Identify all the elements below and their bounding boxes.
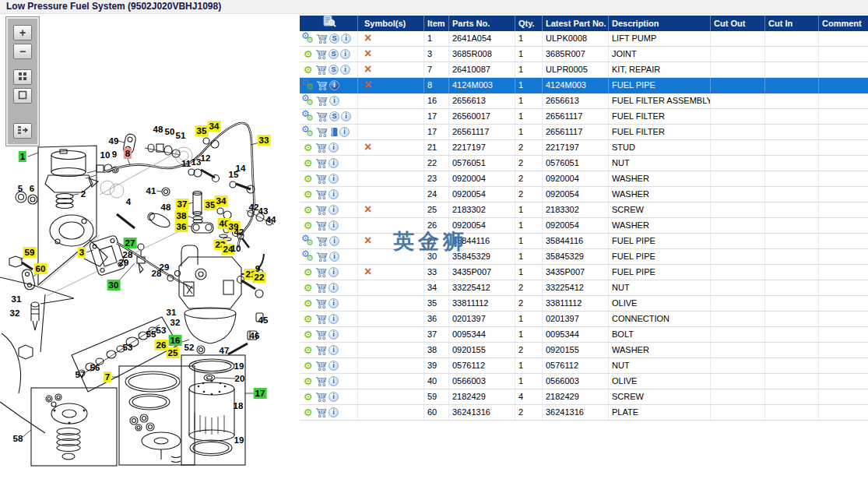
diagram-callout[interactable]: 47 [218,345,231,356]
diagram-callout[interactable]: 41 [145,185,158,196]
add-to-cart-icon[interactable] [315,392,327,403]
cut-out-cell[interactable] [711,140,765,155]
comment-cell[interactable] [819,62,868,77]
table-row[interactable]: ⚙⚙ ⚙ S i × 33 3435P007 1 34 [300,265,868,280]
comment-cell[interactable] [819,218,868,233]
info-icon[interactable]: i [329,96,339,106]
description-cell[interactable]: WASHER [609,187,711,202]
configure-icon[interactable]: ⚙ [302,361,314,371]
cut-out-cell[interactable] [711,296,765,311]
table-row[interactable]: ⚙⚙ ⚙ S i × 17 26560017 1 26 [300,109,868,125]
diagram-callout[interactable]: 27 [124,238,137,248]
configure-icon[interactable]: ⚙ [302,220,314,231]
diagram-callout[interactable]: 38 [175,210,188,221]
latest-part-no-cell[interactable]: 0920004 [543,171,609,186]
diagram-callout[interactable]: 58 [12,433,25,444]
info-icon[interactable]: i [329,158,339,168]
latest-part-no-cell[interactable]: 33225412 [543,280,609,295]
description-cell[interactable]: OLIVE [609,374,711,389]
cut-in-cell[interactable] [765,171,819,186]
table-row[interactable]: ⚙⚙ ⚙ S i × 25 2183302 1 218 [300,203,868,218]
cut-in-cell[interactable] [765,296,819,311]
latest-part-no-cell[interactable]: 35844116 [543,234,609,248]
qty-cell[interactable]: 2 [515,405,543,420]
supersession-icon[interactable]: S [329,49,339,59]
latest-part-no-cell[interactable]: 0095344 [543,327,609,342]
cut-in-cell[interactable] [765,125,819,139]
parts-no-cell[interactable]: 35844116 [449,234,515,248]
supersession-icon[interactable]: S [329,33,339,44]
table-row[interactable]: ⚙⚙ ⚙ S i × 23 0920004 2 092 [300,171,868,187]
zoom-in-button[interactable]: + [13,25,32,41]
description-cell[interactable]: NUT [609,358,711,373]
cut-in-cell[interactable] [765,374,819,389]
add-to-cart-icon[interactable] [315,158,327,169]
item-cell[interactable]: 3 [424,47,449,62]
info-icon[interactable]: i [329,376,339,386]
parts-no-cell[interactable]: 26410087 [449,62,515,77]
info-icon[interactable]: i [341,33,351,44]
qty-cell[interactable]: 2 [515,296,543,311]
parts-no-cell[interactable]: 0920054 [449,218,515,233]
latest-part-no-cell[interactable]: 2183302 [543,203,609,217]
cut-out-cell[interactable] [711,234,765,248]
configure-icon[interactable]: ⚙ [302,392,314,402]
description-cell[interactable]: BOLT [609,327,711,342]
parts-no-cell[interactable]: 0095344 [449,327,515,342]
cut-out-cell[interactable] [711,374,765,389]
comment-cell[interactable] [819,374,868,389]
item-cell[interactable]: 60 [424,405,449,420]
latest-part-no-cell[interactable]: 0920155 [543,343,609,357]
diagram-callout[interactable]: 34 [208,121,221,132]
latest-part-no-cell[interactable]: 26561117 [543,109,609,124]
info-icon[interactable]: i [329,189,339,199]
configure-alt-icon[interactable]: ⚙⚙ [302,235,315,248]
configure-icon[interactable]: ⚙ [302,283,314,293]
configure-icon[interactable]: ⚙ [302,49,314,59]
parts-no-cell[interactable]: 26560017 [449,109,515,124]
latest-part-no-cell[interactable]: 3685R007 [543,47,609,62]
diagram-callout[interactable]: 9 [111,149,118,160]
configure-icon[interactable]: ⚙ [302,345,314,355]
table-row[interactable]: ⚙⚙ ⚙ S i × 26 0920054 1 092 [300,218,868,234]
qty-cell[interactable]: 1 [515,93,543,108]
add-to-cart-icon[interactable] [316,80,328,91]
cut-in-cell[interactable] [765,343,819,357]
description-cell[interactable]: FUEL FILTER [609,109,711,124]
configure-icon[interactable]: ⚙ [302,143,314,153]
item-cell[interactable]: 30 [424,249,449,264]
diagram-callout[interactable]: 12 [199,153,213,164]
diagram-callout[interactable]: 53 [121,342,135,353]
cut-in-cell[interactable] [765,265,819,280]
comment-cell[interactable] [819,78,868,93]
cut-out-cell[interactable] [711,109,765,124]
comment-cell[interactable] [819,312,868,326]
add-to-cart-icon[interactable] [315,143,327,153]
latest-part-no-cell[interactable]: 0920054 [543,218,609,233]
add-to-cart-icon[interactable] [315,205,327,216]
info-icon[interactable]: i [340,65,350,75]
description-cell[interactable]: FUEL PIPE [609,265,711,280]
table-row[interactable]: ⚙⚙ ⚙ S i × 37 0095344 1 009 [300,327,868,343]
item-cell[interactable]: 27 [424,234,449,248]
diagram-callout[interactable]: 56 [89,362,102,373]
diagram-callout[interactable]: 60 [34,263,47,274]
item-cell[interactable]: 17 [424,125,449,139]
qty-cell[interactable]: 1 [515,31,543,46]
diagram-callout[interactable]: 45 [257,315,270,326]
item-cell[interactable]: 37 [424,327,449,342]
add-to-cart-icon[interactable] [315,220,327,231]
description-cell[interactable]: FUEL PIPE [609,249,711,264]
diagram-callout[interactable]: 6 [28,183,36,194]
qty-cell[interactable]: 1 [515,374,543,389]
configure-alt-icon[interactable]: ⚙⚙ [302,111,315,123]
item-cell[interactable]: 34 [424,280,449,295]
table-row[interactable]: ⚙⚙ ⚙ S i × 59 2182429 4 218 [300,389,868,405]
item-cell[interactable]: 36 [424,312,449,326]
add-to-cart-icon[interactable] [316,33,328,44]
configure-icon[interactable]: ⚙ [302,174,314,184]
qty-cell[interactable]: 1 [515,62,543,77]
cut-out-cell[interactable] [711,203,765,217]
diagram-callout[interactable]: 31 [165,307,178,318]
table-row[interactable]: ⚙⚙ ⚙ S i × 22 0576051 2 057 [300,156,868,171]
